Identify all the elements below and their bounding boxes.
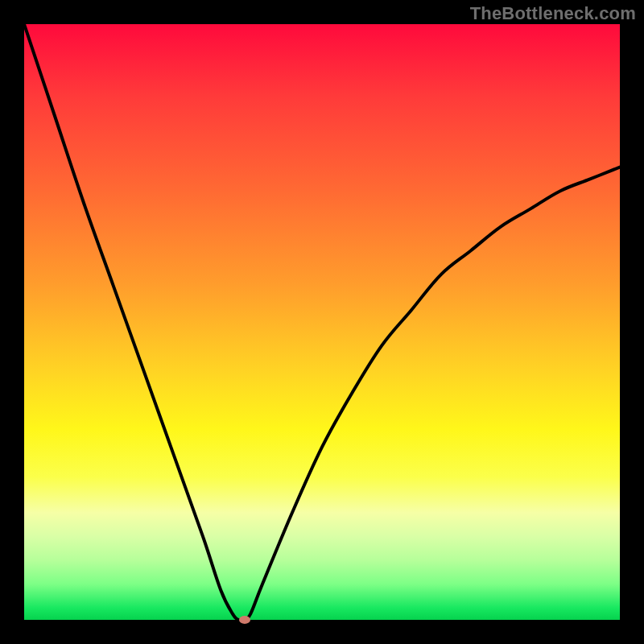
curve-svg <box>24 24 620 620</box>
chart-frame: TheBottleneck.com <box>0 0 644 644</box>
watermark-text: TheBottleneck.com <box>470 3 636 24</box>
plot-area <box>24 24 620 620</box>
curve-path <box>24 24 620 620</box>
min-marker <box>239 616 250 624</box>
